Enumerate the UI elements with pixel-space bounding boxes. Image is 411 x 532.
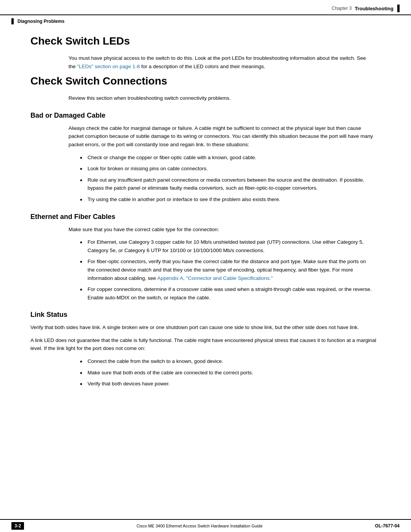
footer-doc-title: Cisco ME 3400 Ethernet Access Switch Har… (137, 524, 263, 528)
header-title: Troubleshooting (355, 6, 393, 11)
page-number: 3-2 (11, 522, 24, 530)
list-item: Check or change the copper or fiber-opti… (80, 153, 373, 162)
list-item: For fiber-optic connectors, verify that … (80, 257, 373, 282)
fiber-link[interactable]: Appendix A, "Connector and Cable Specifi… (157, 275, 273, 281)
list-item: Try using the cable in another port or i… (80, 195, 373, 204)
ethernet-fiber-intro: Make sure that you have the correct cabl… (68, 225, 373, 234)
ethernet-fiber-list: For Ethernet, use Category 3 copper cabl… (80, 238, 373, 302)
page-wrapper: Chapter 3 Troubleshooting Diagnosing Pro… (0, 0, 411, 532)
bad-cable-title: Bad or Damaged Cable (30, 112, 381, 120)
link-status-body1: Verify that both sides have link. A sing… (30, 323, 381, 332)
link-status-list: Connect the cable from the switch to a k… (80, 357, 373, 388)
list-item: For Ethernet, use Category 3 copper cabl… (80, 238, 373, 254)
check-switch-connections-title: Check Switch Connections (30, 75, 381, 87)
leds-body-after: for a description of the LED colors and … (140, 64, 265, 69)
page-footer: 3-2 Cisco ME 3400 Ethernet Access Switch… (0, 519, 411, 532)
subheader-text: Diagnosing Problems (18, 19, 64, 24)
chapter-label: Chapter 3 (331, 6, 352, 11)
ethernet-fiber-title: Ethernet and Fiber Cables (30, 213, 381, 221)
footer-doc-number: OL-7677-04 (375, 523, 400, 529)
check-switch-leds-title: Check Switch LEDs (30, 35, 381, 47)
bad-cable-list: Check or change the copper or fiber-opti… (80, 153, 373, 204)
main-content: Check Switch LEDs You must have physical… (0, 27, 411, 519)
link-status-title: Link Status (30, 311, 381, 319)
page-header: Chapter 3 Troubleshooting (0, 0, 411, 15)
connections-intro: Review this section when troubleshooting… (68, 94, 373, 102)
list-item: Make sure that both ends of the cable ar… (80, 369, 373, 377)
leds-link[interactable]: "LEDs" section on page 1-8 (77, 64, 140, 69)
list-item: Connect the cable from the switch to a k… (80, 357, 373, 366)
subheader-bar (11, 18, 14, 24)
list-item: Verify that both devices have power. (80, 380, 373, 388)
link-status-body2: A link LED does not guarantee that the c… (30, 336, 381, 353)
list-item: Rule out any insufficient patch panel co… (80, 176, 373, 192)
page-subheader: Diagnosing Problems (0, 17, 411, 27)
bad-cable-body: Always check the cable for marginal dama… (68, 124, 373, 149)
list-item: Look for broken or missing pins on cable… (80, 165, 373, 173)
check-switch-leds-body: You must have physical access to the swi… (68, 54, 373, 70)
list-item: For copper connections, determine if a c… (80, 285, 373, 302)
header-bar-right (397, 5, 400, 12)
